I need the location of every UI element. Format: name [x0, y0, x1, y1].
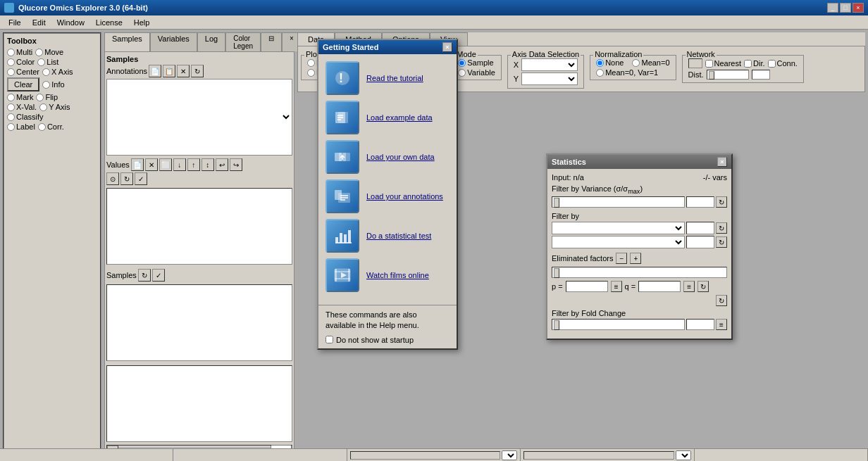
y-axis-select[interactable] [521, 72, 578, 85]
values-btn1[interactable]: ⊙ [106, 172, 119, 185]
values-undo-btn[interactable]: ↩ [216, 158, 228, 171]
samples-check-btn[interactable]: ✓ [152, 269, 165, 282]
values-up-btn[interactable]: ↑ [187, 158, 200, 171]
annotations-refresh-btn[interactable]: ↻ [191, 65, 204, 77]
load-own-item[interactable]: Load your own data [326, 140, 450, 174]
load-annotations-item[interactable]: Load your annotations [326, 179, 450, 213]
status-dropdown2[interactable] [676, 450, 691, 460]
values-add-btn[interactable]: 📄 [131, 158, 144, 171]
variance-refresh[interactable]: ↻ [716, 196, 727, 208]
network-group: Network Nearest Dir. Conn. Dist. [682, 55, 804, 83]
values-btn3[interactable]: ✓ [135, 172, 147, 185]
radio-mean0[interactable]: Mean=0 [632, 58, 669, 67]
elim-plus-btn[interactable]: + [630, 253, 641, 264]
fold-change-slider[interactable] [552, 319, 685, 330]
pq-refresh[interactable]: ↻ [698, 281, 709, 292]
radio-mean0var1[interactable]: Mean=0, Var=1 [596, 68, 669, 77]
close-button[interactable]: × [852, 3, 864, 13]
dist-slider-knob[interactable] [709, 71, 714, 80]
menu-edit[interactable]: Edit [27, 17, 51, 28]
radio-variable[interactable]: Variable [458, 68, 495, 77]
dist-input[interactable] [752, 70, 770, 80]
eliminated-label: Eliminated factors [552, 254, 613, 263]
filter-refresh1[interactable]: ↻ [716, 222, 727, 234]
fold-btn[interactable]: ≡ [716, 319, 727, 330]
radio-yaxis[interactable]: Y Axis [39, 103, 70, 111]
radio-classify[interactable]: Classify [7, 113, 44, 121]
load-example-item[interactable]: Load example data [326, 101, 450, 134]
values-placeholder1[interactable]: ⬜ [159, 158, 172, 171]
values-down-btn[interactable]: ↓ [173, 158, 186, 171]
p-btn[interactable]: ≡ [611, 281, 622, 292]
window-controls[interactable]: _ □ × [827, 3, 864, 13]
radio-conn[interactable]: Conn. [768, 59, 798, 68]
maximize-button[interactable]: □ [840, 3, 851, 13]
eliminated-slider[interactable] [552, 267, 727, 278]
statistical-item[interactable]: Do a statistical test [326, 219, 450, 253]
statistics-close-btn[interactable]: × [717, 157, 727, 167]
tutorial-item[interactable]: ! Read the tutorial [326, 61, 450, 95]
samples-refresh-btn[interactable]: ↻ [138, 269, 151, 282]
variance-input[interactable] [686, 196, 714, 208]
q-input[interactable] [638, 281, 681, 292]
radio-label[interactable]: Label [7, 122, 35, 131]
annotations-copy-btn[interactable]: 📋 [163, 65, 175, 77]
stats-refresh2[interactable]: ↻ [716, 295, 727, 306]
menu-license[interactable]: License [90, 17, 128, 28]
fold-change-input[interactable] [686, 319, 714, 330]
radio-corr[interactable]: Corr. [38, 122, 64, 131]
toolbox-title: Toolbox [7, 37, 97, 45]
films-item[interactable]: Watch films online [326, 258, 450, 292]
normalization-title: Normalization [593, 50, 643, 58]
menu-help[interactable]: Help [128, 17, 156, 28]
color-legend-tab[interactable]: Color Legen [225, 32, 261, 51]
radio-xaxis[interactable]: X Axis [42, 68, 73, 76]
x-axis-select[interactable] [521, 58, 578, 71]
filter-refresh2[interactable]: ↻ [716, 236, 727, 248]
elim-minus-btn[interactable]: − [616, 253, 627, 264]
filter-by-input1[interactable] [686, 222, 714, 234]
radio-info[interactable]: Info [42, 80, 64, 89]
dist-slider[interactable] [707, 70, 749, 80]
radio-list[interactable]: List [37, 58, 58, 66]
no-show-checkbox[interactable] [326, 336, 333, 343]
eliminated-slider-knob[interactable] [554, 268, 559, 278]
radio-mark[interactable]: Mark [7, 93, 33, 101]
radio-nearest[interactable]: Nearest [705, 59, 742, 68]
menu-file[interactable]: File [3, 17, 27, 28]
radio-none[interactable]: None [596, 58, 624, 67]
radio-flip[interactable]: Flip [36, 93, 58, 101]
clear-button[interactable]: Clear [7, 77, 39, 91]
p-input[interactable] [566, 281, 608, 292]
fold-slider-knob[interactable] [554, 320, 559, 330]
annotations-delete-btn[interactable]: ✕ [177, 65, 190, 77]
minimize-button[interactable]: _ [827, 3, 838, 13]
values-redo-btn[interactable]: ↪ [230, 158, 242, 171]
annotations-add-btn[interactable]: 📄 [149, 65, 161, 77]
menu-window[interactable]: Window [51, 17, 90, 28]
tab-log[interactable]: Log [197, 32, 225, 51]
getting-started-close-btn[interactable]: × [442, 42, 452, 52]
filter-by-select1[interactable] [552, 222, 685, 234]
radio-sample[interactable]: Sample [458, 58, 495, 67]
radio-multi[interactable]: Multi [7, 48, 32, 56]
filter-by-select2[interactable] [552, 236, 685, 248]
getting-started-footer: These commands are also available in the… [318, 305, 457, 348]
radio-move[interactable]: Move [35, 48, 63, 56]
detach-btn[interactable]: ⊟ [261, 32, 282, 51]
radio-color[interactable]: Color [7, 58, 35, 66]
radio-center[interactable]: Center [7, 68, 39, 76]
annotations-dropdown[interactable] [106, 79, 292, 156]
q-btn[interactable]: ≡ [683, 281, 695, 292]
tab-samples[interactable]: Samples [104, 32, 150, 51]
radio-dir[interactable]: Dir. [744, 59, 765, 68]
values-btn2[interactable]: ↻ [120, 172, 133, 185]
values-delete-btn[interactable]: ✕ [145, 158, 158, 171]
variance-slider[interactable] [552, 196, 685, 208]
variance-slider-knob[interactable] [554, 198, 559, 208]
values-sort-btn[interactable]: ↕ [202, 158, 214, 171]
tab-variables[interactable]: Variables [150, 32, 197, 51]
status-dropdown1[interactable] [502, 450, 517, 460]
radio-xval[interactable]: X-Val. [7, 103, 37, 111]
filter-by-input2[interactable] [686, 236, 714, 248]
